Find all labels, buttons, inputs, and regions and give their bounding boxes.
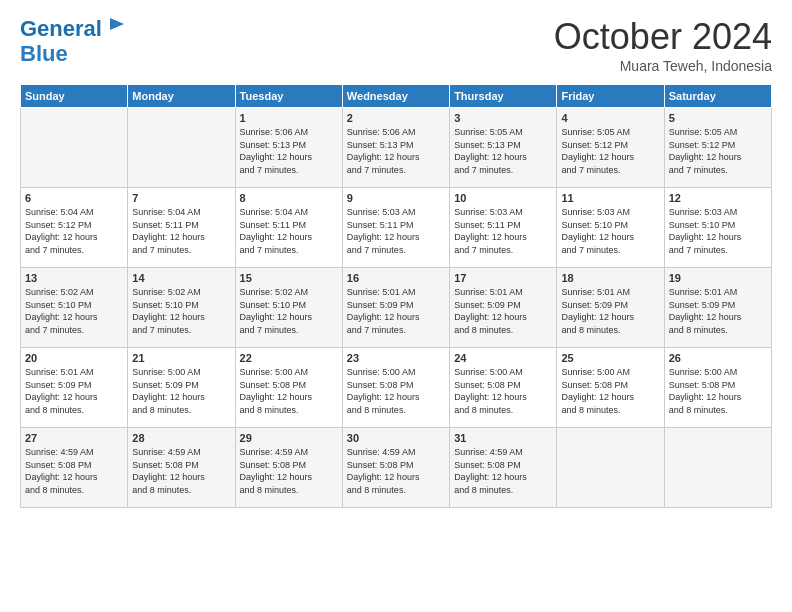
calendar-cell: 20Sunrise: 5:01 AMSunset: 5:09 PMDayligh… (21, 348, 128, 428)
day-number: 7 (132, 192, 230, 204)
day-detail: Sunrise: 5:00 AM (561, 367, 630, 377)
day-detail: and 7 minutes. (132, 325, 191, 335)
day-number: 30 (347, 432, 445, 444)
day-info: Sunrise: 5:01 AMSunset: 5:09 PMDaylight:… (347, 286, 445, 336)
calendar-body: 1Sunrise: 5:06 AMSunset: 5:13 PMDaylight… (21, 108, 772, 508)
day-detail: Daylight: 12 hours (454, 232, 527, 242)
col-friday: Friday (557, 85, 664, 108)
day-number: 20 (25, 352, 123, 364)
day-detail: Sunset: 5:11 PM (454, 220, 521, 230)
day-detail: Daylight: 12 hours (132, 392, 205, 402)
day-detail: Sunset: 5:08 PM (454, 460, 521, 470)
day-detail: Sunset: 5:09 PM (132, 380, 199, 390)
day-detail: Daylight: 12 hours (561, 232, 634, 242)
day-detail: and 7 minutes. (25, 245, 84, 255)
calendar-cell: 8Sunrise: 5:04 AMSunset: 5:11 PMDaylight… (235, 188, 342, 268)
day-detail: Sunrise: 4:59 AM (25, 447, 94, 457)
day-detail: Daylight: 12 hours (669, 152, 742, 162)
day-detail: Sunset: 5:08 PM (240, 460, 307, 470)
day-detail: Daylight: 12 hours (454, 152, 527, 162)
calendar-cell (128, 108, 235, 188)
day-detail: Sunrise: 4:59 AM (132, 447, 201, 457)
day-number: 15 (240, 272, 338, 284)
day-detail: Daylight: 12 hours (240, 232, 313, 242)
week-row-4: 20Sunrise: 5:01 AMSunset: 5:09 PMDayligh… (21, 348, 772, 428)
day-detail: Sunrise: 5:05 AM (669, 127, 738, 137)
day-detail: Daylight: 12 hours (132, 232, 205, 242)
logo-text: General (20, 17, 102, 41)
logo: General Blue (20, 16, 126, 66)
day-detail: Sunset: 5:11 PM (347, 220, 414, 230)
day-number: 31 (454, 432, 552, 444)
day-detail: and 8 minutes. (347, 485, 406, 495)
day-number: 19 (669, 272, 767, 284)
day-detail: Sunrise: 5:00 AM (347, 367, 416, 377)
calendar-cell (557, 428, 664, 508)
day-detail: Sunset: 5:09 PM (454, 300, 521, 310)
day-detail: Sunset: 5:08 PM (240, 380, 307, 390)
day-detail: Sunrise: 4:59 AM (347, 447, 416, 457)
day-number: 17 (454, 272, 552, 284)
day-detail: Sunset: 5:13 PM (240, 140, 307, 150)
day-detail: Daylight: 12 hours (561, 152, 634, 162)
month-title: October 2024 (554, 16, 772, 58)
day-info: Sunrise: 5:00 AMSunset: 5:08 PMDaylight:… (669, 366, 767, 416)
day-info: Sunrise: 5:02 AMSunset: 5:10 PMDaylight:… (132, 286, 230, 336)
day-number: 1 (240, 112, 338, 124)
day-detail: and 7 minutes. (347, 325, 406, 335)
day-info: Sunrise: 4:59 AMSunset: 5:08 PMDaylight:… (240, 446, 338, 496)
day-detail: Sunset: 5:10 PM (240, 300, 307, 310)
calendar-cell (21, 108, 128, 188)
week-row-3: 13Sunrise: 5:02 AMSunset: 5:10 PMDayligh… (21, 268, 772, 348)
day-detail: Sunset: 5:08 PM (347, 460, 414, 470)
day-detail: and 8 minutes. (240, 405, 299, 415)
day-detail: Sunset: 5:13 PM (454, 140, 521, 150)
calendar-cell: 3Sunrise: 5:05 AMSunset: 5:13 PMDaylight… (450, 108, 557, 188)
day-number: 13 (25, 272, 123, 284)
calendar-cell: 14Sunrise: 5:02 AMSunset: 5:10 PMDayligh… (128, 268, 235, 348)
day-detail: Sunset: 5:10 PM (669, 220, 736, 230)
day-info: Sunrise: 5:05 AMSunset: 5:12 PMDaylight:… (669, 126, 767, 176)
subtitle: Muara Teweh, Indonesia (554, 58, 772, 74)
day-detail: Sunrise: 5:04 AM (132, 207, 201, 217)
day-detail: Daylight: 12 hours (669, 312, 742, 322)
col-wednesday: Wednesday (342, 85, 449, 108)
day-detail: and 8 minutes. (454, 325, 513, 335)
day-detail: Sunrise: 5:02 AM (25, 287, 94, 297)
day-detail: Daylight: 12 hours (25, 392, 98, 402)
calendar-cell: 16Sunrise: 5:01 AMSunset: 5:09 PMDayligh… (342, 268, 449, 348)
day-detail: Sunset: 5:11 PM (240, 220, 307, 230)
day-detail: Sunrise: 5:04 AM (240, 207, 309, 217)
day-info: Sunrise: 5:03 AMSunset: 5:10 PMDaylight:… (561, 206, 659, 256)
day-info: Sunrise: 5:05 AMSunset: 5:13 PMDaylight:… (454, 126, 552, 176)
calendar-cell: 19Sunrise: 5:01 AMSunset: 5:09 PMDayligh… (664, 268, 771, 348)
header: General Blue October 2024 Muara Teweh, I… (20, 16, 772, 74)
calendar-cell: 25Sunrise: 5:00 AMSunset: 5:08 PMDayligh… (557, 348, 664, 428)
calendar-cell: 5Sunrise: 5:05 AMSunset: 5:12 PMDaylight… (664, 108, 771, 188)
calendar-table: Sunday Monday Tuesday Wednesday Thursday… (20, 84, 772, 508)
day-number: 14 (132, 272, 230, 284)
day-detail: Sunrise: 5:00 AM (132, 367, 201, 377)
calendar-cell: 11Sunrise: 5:03 AMSunset: 5:10 PMDayligh… (557, 188, 664, 268)
day-info: Sunrise: 4:59 AMSunset: 5:08 PMDaylight:… (25, 446, 123, 496)
calendar-cell: 30Sunrise: 4:59 AMSunset: 5:08 PMDayligh… (342, 428, 449, 508)
calendar-cell (664, 428, 771, 508)
day-detail: Sunrise: 4:59 AM (454, 447, 523, 457)
calendar-cell: 17Sunrise: 5:01 AMSunset: 5:09 PMDayligh… (450, 268, 557, 348)
day-detail: Sunset: 5:10 PM (561, 220, 628, 230)
day-detail: and 7 minutes. (347, 245, 406, 255)
calendar-cell: 23Sunrise: 5:00 AMSunset: 5:08 PMDayligh… (342, 348, 449, 428)
col-saturday: Saturday (664, 85, 771, 108)
day-detail: Sunset: 5:09 PM (25, 380, 92, 390)
day-detail: Sunset: 5:12 PM (25, 220, 92, 230)
col-monday: Monday (128, 85, 235, 108)
day-info: Sunrise: 4:59 AMSunset: 5:08 PMDaylight:… (347, 446, 445, 496)
calendar-cell: 29Sunrise: 4:59 AMSunset: 5:08 PMDayligh… (235, 428, 342, 508)
calendar-cell: 26Sunrise: 5:00 AMSunset: 5:08 PMDayligh… (664, 348, 771, 428)
calendar-cell: 7Sunrise: 5:04 AMSunset: 5:11 PMDaylight… (128, 188, 235, 268)
day-detail: Sunrise: 5:01 AM (669, 287, 738, 297)
day-detail: Daylight: 12 hours (347, 232, 420, 242)
day-info: Sunrise: 4:59 AMSunset: 5:08 PMDaylight:… (132, 446, 230, 496)
day-number: 4 (561, 112, 659, 124)
day-info: Sunrise: 5:06 AMSunset: 5:13 PMDaylight:… (240, 126, 338, 176)
